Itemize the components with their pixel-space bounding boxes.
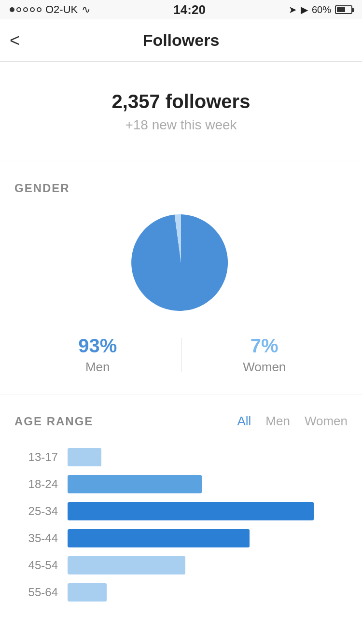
wifi-icon: ∿ bbox=[82, 3, 90, 16]
bar-track bbox=[68, 556, 348, 574]
gender-section-title: GENDER bbox=[14, 182, 348, 195]
bar-label: 55-64 bbox=[14, 586, 58, 599]
bar-track bbox=[68, 583, 348, 602]
bar-label: 45-54 bbox=[14, 559, 58, 572]
signal-dot-2 bbox=[16, 7, 21, 12]
status-left: O2-UK ∿ bbox=[10, 3, 90, 16]
age-header: AGE RANGE All Men Women bbox=[14, 414, 348, 429]
bar-fill bbox=[68, 529, 250, 547]
gender-section: GENDER 93% Men 7% Women bbox=[0, 162, 362, 394]
location-icon: ➤ bbox=[289, 4, 297, 15]
age-filters: All Men Women bbox=[237, 414, 348, 429]
followers-new: +18 new this week bbox=[0, 117, 362, 133]
signal-dot-4 bbox=[30, 7, 35, 12]
bar-track bbox=[68, 448, 348, 466]
filter-men[interactable]: Men bbox=[265, 414, 290, 429]
gender-stats: 93% Men 7% Women bbox=[14, 335, 348, 375]
men-label: Men bbox=[14, 360, 181, 375]
bar-track bbox=[68, 529, 348, 547]
back-button[interactable]: < bbox=[10, 30, 20, 51]
age-bar-chart: 13-1718-2425-3435-4445-5455-64 bbox=[14, 448, 348, 602]
bar-fill bbox=[68, 448, 101, 466]
signal-dot-1 bbox=[10, 7, 14, 12]
bar-track bbox=[68, 502, 348, 520]
page-title: Followers bbox=[143, 31, 220, 50]
gender-pie-chart bbox=[128, 210, 234, 316]
filter-women[interactable]: Women bbox=[305, 414, 348, 429]
bar-track bbox=[68, 475, 348, 493]
battery-icon bbox=[335, 5, 352, 14]
bar-label: 35-44 bbox=[14, 532, 58, 545]
followers-section: 2,357 followers +18 new this week bbox=[0, 62, 362, 162]
bar-row: 35-44 bbox=[14, 529, 348, 547]
age-section-title: AGE RANGE bbox=[14, 415, 237, 428]
followers-count: 2,357 followers bbox=[0, 91, 362, 112]
bar-label: 25-34 bbox=[14, 504, 58, 518]
nav-bar: < Followers bbox=[0, 19, 362, 62]
bar-fill bbox=[68, 583, 107, 602]
status-right: ➤ ▶ 60% bbox=[289, 4, 352, 15]
status-bar: O2-UK ∿ 14:20 ➤ ▶ 60% bbox=[0, 0, 362, 19]
bar-row: 13-17 bbox=[14, 448, 348, 466]
battery-fill bbox=[337, 7, 345, 12]
filter-all[interactable]: All bbox=[237, 414, 251, 429]
alarm-icon: ▶ bbox=[301, 4, 308, 15]
women-percent: 7% bbox=[181, 335, 348, 357]
battery-percent: 60% bbox=[312, 4, 331, 15]
signal-indicator bbox=[10, 7, 42, 12]
signal-dot-5 bbox=[37, 7, 42, 12]
bar-row: 18-24 bbox=[14, 475, 348, 493]
men-percent: 93% bbox=[14, 335, 181, 357]
bar-row: 45-54 bbox=[14, 556, 348, 574]
women-stat: 7% Women bbox=[181, 335, 348, 375]
bar-label: 18-24 bbox=[14, 477, 58, 491]
signal-dot-3 bbox=[23, 7, 28, 12]
women-label: Women bbox=[181, 360, 348, 375]
status-time: 14:20 bbox=[173, 2, 206, 17]
carrier-label: O2-UK bbox=[45, 3, 78, 16]
bar-row: 25-34 bbox=[14, 502, 348, 520]
bar-row: 55-64 bbox=[14, 583, 348, 602]
bar-fill bbox=[68, 475, 202, 493]
men-stat: 93% Men bbox=[14, 335, 181, 375]
pie-chart-container bbox=[14, 210, 348, 316]
age-section: AGE RANGE All Men Women 13-1718-2425-343… bbox=[0, 394, 362, 621]
bar-label: 13-17 bbox=[14, 450, 58, 464]
bar-fill bbox=[68, 502, 314, 520]
battery-indicator bbox=[335, 5, 352, 14]
bar-fill bbox=[68, 556, 185, 574]
